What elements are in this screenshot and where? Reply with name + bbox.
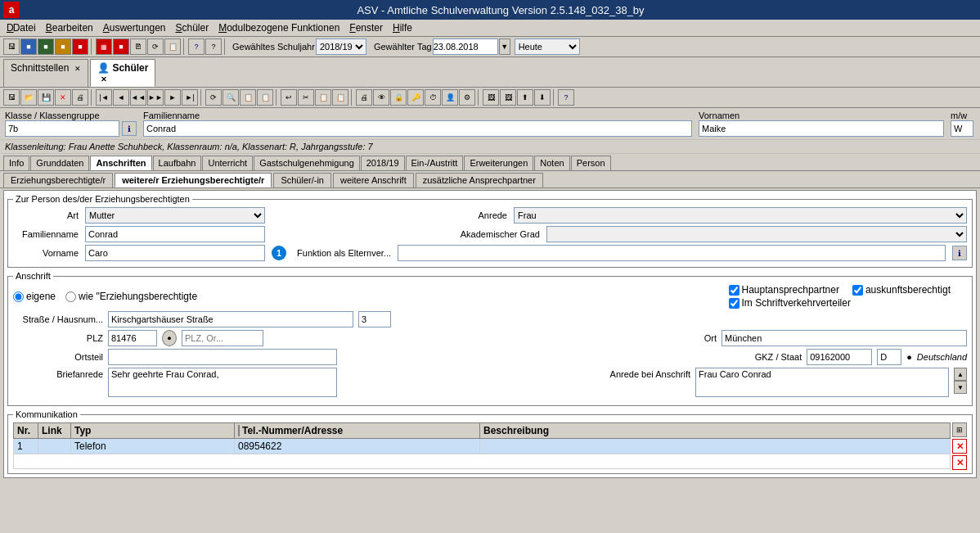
menu-bearbeiten[interactable]: Bearbeiten — [43, 20, 97, 35]
tb2-img2[interactable]: 🖼 — [500, 89, 516, 106]
tab-anschriften[interactable]: Anschriften — [90, 156, 151, 170]
table-expand-btn[interactable]: ⊞ — [952, 422, 967, 437]
familienname-input2[interactable] — [85, 226, 265, 242]
tb-btn-1[interactable]: 🖫 — [3, 38, 20, 55]
inner-tab-schueler-in[interactable]: Schüler/-in — [273, 173, 331, 187]
auskunftsberechtigt-cb-label[interactable]: auskunftsberechtigt — [852, 284, 951, 296]
tab-schnittstellen[interactable]: Schnittstellen ✕ — [3, 59, 88, 87]
anrede-select[interactable]: Frau — [514, 207, 967, 224]
tb2-prev2[interactable]: ◄◄ — [130, 89, 146, 106]
tab-noten[interactable]: Noten — [534, 156, 569, 170]
tab-info[interactable]: Info — [3, 156, 29, 170]
inner-tab-erziehungsberechtigte[interactable]: Erziehungsberechtigte/r — [3, 173, 113, 187]
tb2-settings[interactable]: ⚙ — [459, 89, 475, 106]
tb2-open[interactable]: 📂 — [20, 89, 37, 106]
eigene-radio-label[interactable]: eigene — [13, 291, 56, 302]
tb2-refresh[interactable]: ⟳ — [205, 89, 222, 106]
tab-erweiterungen[interactable]: Erweiterungen — [464, 156, 533, 170]
strasse-input[interactable] — [108, 311, 353, 327]
tb-btn-9[interactable]: ⟳ — [147, 38, 164, 55]
tb2-img3[interactable]: ⬆ — [517, 89, 533, 106]
tb2-img1[interactable]: 🖼 — [483, 89, 499, 106]
tb2-save[interactable]: 💾 — [38, 89, 54, 106]
plz-or-input[interactable] — [182, 330, 263, 346]
gkz-input[interactable] — [807, 349, 872, 365]
tab-unterricht[interactable]: Unterricht — [202, 156, 253, 170]
tb-info[interactable]: ? — [188, 38, 205, 55]
anrede-bei-anschrift-textarea[interactable]: Frau Caro Conrad — [695, 368, 949, 397]
schuljahr-select[interactable]: 2018/19 — [316, 38, 366, 55]
tb2-img4[interactable]: ⬇ — [534, 89, 551, 106]
menu-auswertungen[interactable]: Auswertungen — [100, 20, 169, 35]
heute-select[interactable]: Heute — [515, 38, 580, 55]
tb2-btn2[interactable]: 📋 — [257, 89, 273, 106]
auskunftsberechtigt-cb[interactable] — [852, 285, 863, 296]
tab-grunddaten[interactable]: Grunddaten — [30, 156, 89, 170]
tab-person[interactable]: Person — [571, 156, 611, 170]
tb2-next2[interactable]: ►► — [147, 89, 164, 106]
tb2-copy[interactable]: 📋 — [315, 89, 331, 106]
tab-2018-19[interactable]: 2018/19 — [361, 156, 405, 170]
schriftverkehr-cb-label[interactable]: Im Schriftverkehrverteiler — [729, 297, 951, 309]
table-row[interactable]: 1 Telefon 08954622 — [14, 439, 951, 454]
tb-btn-7[interactable]: ■ — [113, 38, 129, 55]
ortsteil-input[interactable] — [108, 349, 337, 365]
tb2-last[interactable]: ►| — [182, 89, 198, 106]
tb2-next[interactable]: ► — [164, 89, 181, 106]
tb-btn-10[interactable]: 📋 — [164, 38, 181, 55]
menu-schueler[interactable]: Schüler — [172, 20, 212, 35]
art-select[interactable]: Mutter — [85, 207, 265, 224]
tab-schueler[interactable]: 👤 Schüler ✕ — [90, 59, 155, 87]
inner-tab-weitere-erziehungsberechtigte[interactable]: weitere/r Erziehungsberechtigte/r — [115, 173, 272, 187]
hauptansprechpartner-cb-label[interactable]: Hauptansprechpartner — [729, 284, 839, 296]
anrede-scroll-down[interactable]: ▼ — [954, 381, 967, 394]
tb-btn-11[interactable]: ? — [205, 38, 222, 55]
tb-btn-6[interactable]: ▦ — [96, 38, 112, 55]
hauptansprechpartner-cb[interactable] — [729, 285, 739, 296]
vornam-input[interactable] — [699, 120, 944, 137]
klasse-info-btn[interactable]: ℹ — [122, 121, 137, 136]
tb2-user[interactable]: 👤 — [442, 89, 458, 106]
tb-btn-3[interactable]: ■ — [38, 38, 54, 55]
tb2-key[interactable]: 🔑 — [407, 89, 424, 106]
tag-input[interactable] — [433, 38, 498, 55]
eigene-radio[interactable] — [13, 291, 24, 302]
tb2-undo[interactable]: ↩ — [281, 89, 297, 106]
tab-einaustritt[interactable]: Ein-/Austritt — [406, 156, 464, 170]
tb2-cut[interactable]: ✂ — [298, 89, 314, 106]
menu-modulbezogene[interactable]: Modulbezogene Funktionen — [215, 20, 343, 35]
table-delete-btn2[interactable]: ✕ — [952, 455, 967, 470]
tb2-time[interactable]: ⏱ — [425, 89, 441, 106]
tag-dropdown[interactable]: ▼ — [499, 38, 510, 55]
klasse-input[interactable] — [5, 120, 119, 137]
staat-input[interactable] — [877, 349, 901, 365]
tb2-first[interactable]: |◄ — [96, 89, 112, 106]
wie-radio[interactable] — [65, 291, 76, 302]
hausnummer-input[interactable] — [358, 311, 391, 327]
tb-btn-4[interactable]: ■ — [55, 38, 71, 55]
inner-tab-weitere-anschrift[interactable]: weitere Anschrift — [333, 173, 414, 187]
vorname-input[interactable] — [85, 245, 265, 261]
tab-schueler-close[interactable]: ✕ — [101, 75, 107, 84]
akademischer-grad-select[interactable] — [546, 226, 967, 242]
tb2-view[interactable]: 👁 — [373, 89, 389, 106]
ort-input[interactable] — [722, 330, 967, 346]
tb2-new[interactable]: 🖫 — [3, 89, 20, 106]
table-delete-btn[interactable]: ✕ — [952, 439, 967, 454]
tb-btn-5[interactable]: ■ — [72, 38, 88, 55]
menu-hilfe[interactable]: Hilfe — [389, 20, 416, 35]
inner-tab-zusaetzliche-ansprechpartner[interactable]: zusätzliche Ansprechpartner — [416, 173, 543, 187]
anrede-scroll-up[interactable]: ▲ — [954, 368, 967, 381]
tb2-lock[interactable]: 🔒 — [390, 89, 407, 106]
funktion-info-btn[interactable]: ℹ — [952, 246, 967, 260]
menu-fenster[interactable]: Fenster — [346, 20, 386, 35]
plz-input[interactable] — [108, 330, 157, 346]
tb2-help[interactable]: ? — [558, 89, 574, 106]
tab-laufbahn[interactable]: Laufbahn — [153, 156, 202, 170]
plz-dropdown-btn[interactable]: ● — [162, 330, 177, 346]
tb2-btn1[interactable]: 📋 — [240, 89, 256, 106]
funktion-input[interactable] — [398, 245, 946, 261]
menu-datei[interactable]: DDatei — [3, 20, 39, 35]
tb2-paste[interactable]: 📋 — [332, 89, 348, 106]
tb2-print2[interactable]: 🖨 — [356, 89, 372, 106]
